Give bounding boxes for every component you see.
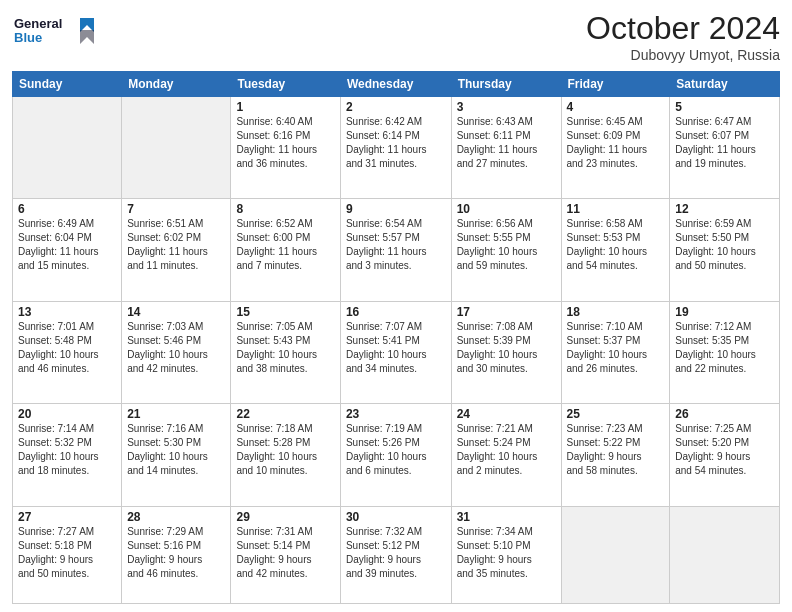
cell-info: Sunrise: 7:03 AM Sunset: 5:46 PM Dayligh… — [127, 320, 225, 376]
cell-info: Sunrise: 6:40 AM Sunset: 6:16 PM Dayligh… — [236, 115, 334, 171]
cell-info: Sunrise: 7:08 AM Sunset: 5:39 PM Dayligh… — [457, 320, 556, 376]
day-number: 30 — [346, 510, 446, 524]
cell-info: Sunrise: 6:52 AM Sunset: 6:00 PM Dayligh… — [236, 217, 334, 273]
col-saturday: Saturday — [670, 72, 780, 97]
day-number: 25 — [567, 407, 665, 421]
calendar-cell: 10Sunrise: 6:56 AM Sunset: 5:55 PM Dayli… — [451, 199, 561, 301]
cell-info: Sunrise: 7:21 AM Sunset: 5:24 PM Dayligh… — [457, 422, 556, 478]
day-number: 19 — [675, 305, 774, 319]
col-friday: Friday — [561, 72, 670, 97]
cell-info: Sunrise: 6:51 AM Sunset: 6:02 PM Dayligh… — [127, 217, 225, 273]
cell-info: Sunrise: 7:10 AM Sunset: 5:37 PM Dayligh… — [567, 320, 665, 376]
col-tuesday: Tuesday — [231, 72, 340, 97]
day-number: 15 — [236, 305, 334, 319]
cell-info: Sunrise: 7:19 AM Sunset: 5:26 PM Dayligh… — [346, 422, 446, 478]
calendar-cell: 18Sunrise: 7:10 AM Sunset: 5:37 PM Dayli… — [561, 301, 670, 403]
cell-info: Sunrise: 7:31 AM Sunset: 5:14 PM Dayligh… — [236, 525, 334, 581]
calendar-cell: 19Sunrise: 7:12 AM Sunset: 5:35 PM Dayli… — [670, 301, 780, 403]
calendar-cell: 17Sunrise: 7:08 AM Sunset: 5:39 PM Dayli… — [451, 301, 561, 403]
calendar-cell: 11Sunrise: 6:58 AM Sunset: 5:53 PM Dayli… — [561, 199, 670, 301]
week-row-2: 6Sunrise: 6:49 AM Sunset: 6:04 PM Daylig… — [13, 199, 780, 301]
month-title: October 2024 — [586, 10, 780, 47]
calendar-cell — [122, 97, 231, 199]
cell-info: Sunrise: 7:25 AM Sunset: 5:20 PM Dayligh… — [675, 422, 774, 478]
week-row-4: 20Sunrise: 7:14 AM Sunset: 5:32 PM Dayli… — [13, 404, 780, 506]
svg-marker-3 — [80, 30, 94, 44]
calendar-cell: 25Sunrise: 7:23 AM Sunset: 5:22 PM Dayli… — [561, 404, 670, 506]
day-number: 12 — [675, 202, 774, 216]
title-area: October 2024 Dubovyy Umyot, Russia — [586, 10, 780, 63]
cell-info: Sunrise: 7:07 AM Sunset: 5:41 PM Dayligh… — [346, 320, 446, 376]
day-number: 2 — [346, 100, 446, 114]
cell-info: Sunrise: 6:43 AM Sunset: 6:11 PM Dayligh… — [457, 115, 556, 171]
week-row-5: 27Sunrise: 7:27 AM Sunset: 5:18 PM Dayli… — [13, 506, 780, 603]
calendar-cell: 29Sunrise: 7:31 AM Sunset: 5:14 PM Dayli… — [231, 506, 340, 603]
calendar-cell: 12Sunrise: 6:59 AM Sunset: 5:50 PM Dayli… — [670, 199, 780, 301]
cell-info: Sunrise: 7:23 AM Sunset: 5:22 PM Dayligh… — [567, 422, 665, 478]
calendar-cell: 14Sunrise: 7:03 AM Sunset: 5:46 PM Dayli… — [122, 301, 231, 403]
day-number: 7 — [127, 202, 225, 216]
calendar-cell: 3Sunrise: 6:43 AM Sunset: 6:11 PM Daylig… — [451, 97, 561, 199]
calendar-cell: 6Sunrise: 6:49 AM Sunset: 6:04 PM Daylig… — [13, 199, 122, 301]
calendar-cell: 2Sunrise: 6:42 AM Sunset: 6:14 PM Daylig… — [340, 97, 451, 199]
col-wednesday: Wednesday — [340, 72, 451, 97]
week-row-1: 1Sunrise: 6:40 AM Sunset: 6:16 PM Daylig… — [13, 97, 780, 199]
cell-info: Sunrise: 7:14 AM Sunset: 5:32 PM Dayligh… — [18, 422, 116, 478]
cell-info: Sunrise: 7:12 AM Sunset: 5:35 PM Dayligh… — [675, 320, 774, 376]
day-number: 23 — [346, 407, 446, 421]
calendar-cell: 20Sunrise: 7:14 AM Sunset: 5:32 PM Dayli… — [13, 404, 122, 506]
calendar-header-row: Sunday Monday Tuesday Wednesday Thursday… — [13, 72, 780, 97]
calendar-cell — [561, 506, 670, 603]
day-number: 27 — [18, 510, 116, 524]
calendar-cell: 28Sunrise: 7:29 AM Sunset: 5:16 PM Dayli… — [122, 506, 231, 603]
cell-info: Sunrise: 7:18 AM Sunset: 5:28 PM Dayligh… — [236, 422, 334, 478]
cell-info: Sunrise: 6:42 AM Sunset: 6:14 PM Dayligh… — [346, 115, 446, 171]
calendar-cell: 23Sunrise: 7:19 AM Sunset: 5:26 PM Dayli… — [340, 404, 451, 506]
day-number: 10 — [457, 202, 556, 216]
calendar-cell: 16Sunrise: 7:07 AM Sunset: 5:41 PM Dayli… — [340, 301, 451, 403]
calendar-cell: 15Sunrise: 7:05 AM Sunset: 5:43 PM Dayli… — [231, 301, 340, 403]
calendar-cell: 1Sunrise: 6:40 AM Sunset: 6:16 PM Daylig… — [231, 97, 340, 199]
week-row-3: 13Sunrise: 7:01 AM Sunset: 5:48 PM Dayli… — [13, 301, 780, 403]
day-number: 4 — [567, 100, 665, 114]
header: General Blue October 2024 Dubovyy Umyot,… — [12, 10, 780, 63]
calendar-cell: 22Sunrise: 7:18 AM Sunset: 5:28 PM Dayli… — [231, 404, 340, 506]
day-number: 21 — [127, 407, 225, 421]
day-number: 17 — [457, 305, 556, 319]
svg-text:Blue: Blue — [14, 30, 42, 45]
calendar-cell: 9Sunrise: 6:54 AM Sunset: 5:57 PM Daylig… — [340, 199, 451, 301]
day-number: 20 — [18, 407, 116, 421]
cell-info: Sunrise: 6:59 AM Sunset: 5:50 PM Dayligh… — [675, 217, 774, 273]
calendar-cell: 8Sunrise: 6:52 AM Sunset: 6:00 PM Daylig… — [231, 199, 340, 301]
day-number: 6 — [18, 202, 116, 216]
calendar-cell: 4Sunrise: 6:45 AM Sunset: 6:09 PM Daylig… — [561, 97, 670, 199]
day-number: 28 — [127, 510, 225, 524]
col-sunday: Sunday — [13, 72, 122, 97]
cell-info: Sunrise: 6:47 AM Sunset: 6:07 PM Dayligh… — [675, 115, 774, 171]
day-number: 5 — [675, 100, 774, 114]
col-thursday: Thursday — [451, 72, 561, 97]
day-number: 26 — [675, 407, 774, 421]
location-title: Dubovyy Umyot, Russia — [586, 47, 780, 63]
cell-info: Sunrise: 6:45 AM Sunset: 6:09 PM Dayligh… — [567, 115, 665, 171]
calendar-cell: 7Sunrise: 6:51 AM Sunset: 6:02 PM Daylig… — [122, 199, 231, 301]
day-number: 29 — [236, 510, 334, 524]
day-number: 1 — [236, 100, 334, 114]
cell-info: Sunrise: 6:56 AM Sunset: 5:55 PM Dayligh… — [457, 217, 556, 273]
day-number: 14 — [127, 305, 225, 319]
calendar-cell — [13, 97, 122, 199]
logo: General Blue — [12, 10, 102, 56]
cell-info: Sunrise: 6:58 AM Sunset: 5:53 PM Dayligh… — [567, 217, 665, 273]
day-number: 13 — [18, 305, 116, 319]
day-number: 8 — [236, 202, 334, 216]
day-number: 16 — [346, 305, 446, 319]
cell-info: Sunrise: 7:34 AM Sunset: 5:10 PM Dayligh… — [457, 525, 556, 581]
day-number: 31 — [457, 510, 556, 524]
cell-info: Sunrise: 7:32 AM Sunset: 5:12 PM Dayligh… — [346, 525, 446, 581]
cell-info: Sunrise: 7:16 AM Sunset: 5:30 PM Dayligh… — [127, 422, 225, 478]
cell-info: Sunrise: 7:29 AM Sunset: 5:16 PM Dayligh… — [127, 525, 225, 581]
cell-info: Sunrise: 6:54 AM Sunset: 5:57 PM Dayligh… — [346, 217, 446, 273]
calendar-cell: 31Sunrise: 7:34 AM Sunset: 5:10 PM Dayli… — [451, 506, 561, 603]
cell-info: Sunrise: 6:49 AM Sunset: 6:04 PM Dayligh… — [18, 217, 116, 273]
svg-marker-2 — [80, 18, 94, 32]
